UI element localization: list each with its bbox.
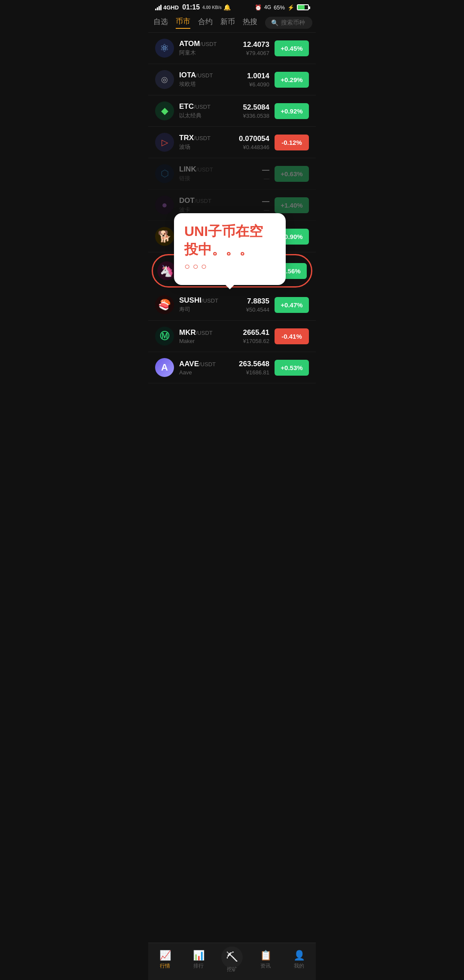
- tab-contract[interactable]: 合约: [198, 17, 213, 28]
- coin-price-trx: 0.070054 ¥0.448346: [239, 135, 269, 150]
- time: 01:15: [182, 3, 200, 11]
- signal-icon: [155, 5, 162, 10]
- nav-item-news[interactable]: 📋 资讯: [249, 950, 282, 970]
- status-left: 4GHD 01:15 4.00 KB/s 🔔: [155, 3, 231, 11]
- coin-price-sushi: 7.8835 ¥50.4544: [246, 297, 269, 313]
- coin-icon-sushi: 🍣: [155, 295, 174, 314]
- mining-icon: ⛏: [221, 946, 243, 968]
- coin-item-mkr[interactable]: Ⓜ MKR/USDT Maker 2665.41 ¥17058.62 -0.41…: [148, 321, 316, 352]
- coin-name-aave: AAVE/USDT: [179, 360, 239, 368]
- coin-subname-trx: 波场: [179, 143, 239, 151]
- nav-item-market[interactable]: 📈 行情: [148, 950, 182, 970]
- coin-name-link: LINK/USDT: [179, 165, 262, 174]
- network-type: 4GHD: [163, 4, 179, 11]
- coin-icon-iota: ◎: [155, 70, 174, 89]
- coin-subname-iota: 埃欧塔: [179, 80, 247, 88]
- coin-price-link: — —: [262, 166, 269, 182]
- coin-name-trx: TRX/USDT: [179, 134, 239, 142]
- tab-watchlist[interactable]: 自选: [153, 17, 168, 28]
- coin-subname-mkr: Maker: [179, 338, 243, 344]
- tab-hot[interactable]: 热搜: [243, 17, 257, 28]
- coin-item-etc[interactable]: ◆ ETC/USDT 以太经典 52.5084 ¥336.0538 +0.92%: [148, 95, 316, 127]
- market-icon: 📈: [159, 950, 171, 961]
- change-btn-sushi[interactable]: +0.47%: [275, 297, 309, 313]
- coin-name-iota: IOTA/USDT: [179, 71, 247, 80]
- coin-price-aave: 263.5648 ¥1686.81: [239, 360, 269, 376]
- coin-list: UNI子币在空投中。。。 ○ ○ ○ ⚛ ATOM/USDT 阿童木 12.40…: [148, 33, 316, 418]
- coin-item-atom[interactable]: ⚛ ATOM/USDT 阿童木 12.4073 ¥79.4067 +0.45%: [148, 33, 316, 64]
- coin-name-etc: ETC/USDT: [179, 102, 243, 111]
- coin-name-atom: ATOM/USDT: [179, 40, 243, 48]
- mining-label: 挖矿: [227, 966, 237, 973]
- change-btn-atom[interactable]: +0.45%: [275, 40, 309, 56]
- coin-subname-aave: Aave: [179, 369, 239, 376]
- speed: 4.00 KB/s: [202, 5, 222, 10]
- coin-icon-mkr: Ⓜ: [155, 327, 174, 346]
- coin-price-iota: 1.0014 ¥6.4090: [247, 72, 269, 88]
- status-right: ⏰ 4G 65% ⚡: [255, 4, 309, 11]
- bottom-nav: 📈 行情 📊 排行 ⛏ 挖矿 📋 资讯 👤 我的: [148, 943, 316, 980]
- change-btn-iota[interactable]: +0.29%: [275, 72, 309, 88]
- coin-info-atom: ATOM/USDT 阿童木: [179, 40, 243, 57]
- coin-icon-uni: 🦄: [157, 261, 176, 280]
- coin-item-link[interactable]: ⬡ LINK/USDT 链接 — — +0.63%: [148, 158, 316, 190]
- charging-icon: ⚡: [287, 4, 294, 11]
- coin-icon-aave: A: [155, 358, 174, 377]
- tab-market[interactable]: 币市: [176, 16, 190, 29]
- coin-name-dot: DOT/USDT: [179, 196, 262, 205]
- coin-info-iota: IOTA/USDT 埃欧塔: [179, 71, 247, 88]
- coin-name-mkr: MKR/USDT: [179, 328, 243, 337]
- popup-text: UNI子币在空投中。。。: [184, 223, 275, 258]
- coin-item-iota[interactable]: ◎ IOTA/USDT 埃欧塔 1.0014 ¥6.4090 +0.29%: [148, 64, 316, 95]
- coin-item-aave[interactable]: A AAVE/USDT Aave 263.5648 ¥1686.81 +0.53…: [148, 352, 316, 383]
- news-icon: 📋: [260, 950, 272, 961]
- coin-price-atom: 12.4073 ¥79.4067: [243, 40, 269, 56]
- coin-icon-dot: ●: [155, 196, 174, 214]
- tab-new[interactable]: 新币: [220, 17, 235, 28]
- search-icon: 🔍: [271, 19, 278, 26]
- change-btn-trx[interactable]: -0.12%: [275, 135, 309, 150]
- nav-tabs: 自选 币市 合约 新币 热搜 🔍 搜索币种: [148, 13, 316, 33]
- coin-price-dot: — —: [262, 197, 269, 213]
- coin-info-aave: AAVE/USDT Aave: [179, 360, 239, 376]
- alarm-icon: ⏰: [255, 4, 262, 11]
- coin-subname-sushi: 寿司: [179, 306, 246, 313]
- coin-icon-doge: 🐕: [155, 227, 174, 246]
- coin-icon-link: ⬡: [155, 164, 174, 183]
- coin-price-etc: 52.5084 ¥336.0538: [243, 103, 269, 119]
- change-btn-etc[interactable]: +0.92%: [275, 103, 309, 119]
- coin-info-link: LINK/USDT 链接: [179, 165, 262, 182]
- profile-icon: 👤: [293, 950, 305, 961]
- battery-icon: [297, 4, 309, 10]
- market-label: 行情: [160, 962, 170, 970]
- battery-percent: 65%: [274, 4, 285, 11]
- search-box[interactable]: 🔍 搜索币种: [265, 17, 312, 29]
- coin-info-etc: ETC/USDT 以太经典: [179, 102, 243, 119]
- coin-subname-link: 链接: [179, 175, 262, 182]
- search-placeholder: 搜索币种: [281, 19, 305, 27]
- coin-icon-atom: ⚛: [155, 39, 174, 58]
- nav-item-mining[interactable]: ⛏ 挖矿: [215, 946, 249, 973]
- coin-item-trx[interactable]: ▷ TRX/USDT 波场 0.070054 ¥0.448346 -0.12%: [148, 127, 316, 158]
- change-btn-link[interactable]: +0.63%: [275, 166, 309, 182]
- change-btn-mkr[interactable]: -0.41%: [275, 328, 309, 344]
- nav-item-ranking[interactable]: 📊 排行: [182, 950, 215, 970]
- coin-icon-trx: ▷: [155, 133, 174, 152]
- notification-icon: 🔔: [223, 4, 231, 11]
- coin-subname-etc: 以太经典: [179, 112, 243, 119]
- popup-bubble: UNI子币在空投中。。。 ○ ○ ○: [174, 213, 286, 285]
- change-btn-aave[interactable]: +0.53%: [275, 360, 309, 376]
- coin-price-mkr: 2665.41 ¥17058.62: [243, 328, 269, 344]
- nav-item-profile[interactable]: 👤 我的: [282, 950, 316, 970]
- coin-icon-etc: ◆: [155, 101, 174, 120]
- coin-subname-dot: 波卡: [179, 206, 262, 214]
- profile-label: 我的: [294, 962, 304, 970]
- coin-info-dot: DOT/USDT 波卡: [179, 196, 262, 214]
- coin-subname-atom: 阿童木: [179, 49, 243, 57]
- signal-4g: 4G: [264, 4, 271, 10]
- ranking-icon: 📊: [193, 950, 205, 961]
- coin-name-sushi: SUSHI/USDT: [179, 296, 246, 305]
- change-btn-dot[interactable]: +1.40%: [275, 197, 309, 213]
- status-bar: 4GHD 01:15 4.00 KB/s 🔔 ⏰ 4G 65% ⚡: [148, 0, 316, 13]
- coin-info-mkr: MKR/USDT Maker: [179, 328, 243, 344]
